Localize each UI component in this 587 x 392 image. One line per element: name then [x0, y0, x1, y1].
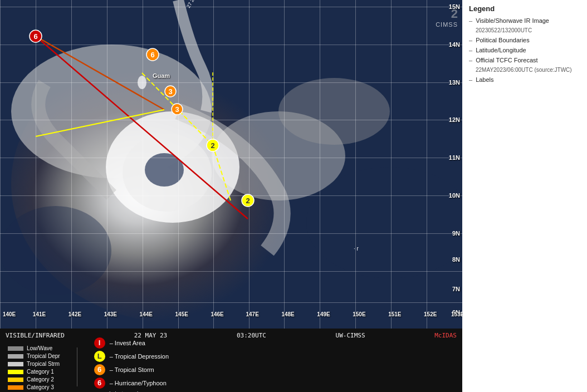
lon-label-143e: 143E: [104, 311, 117, 317]
legend-color-tropdepr: [8, 354, 23, 359]
legend-separator: [77, 347, 77, 386]
legend-row-lowwave: Low/Wave: [8, 345, 60, 351]
legend-label-cat2: Category 2: [27, 376, 54, 383]
bottom-visible-label: VISIBLE/INFRARED: [6, 332, 65, 339]
legend-row-tropdepr: Tropical Depr: [8, 353, 60, 359]
lon-label-146e: 146E: [211, 311, 223, 317]
legend-invest: I – Invest Area: [94, 337, 169, 349]
lon-label-152e: 152E: [424, 311, 437, 317]
tropdep-icon: L: [94, 351, 105, 362]
lat-label-10n: 10N: [449, 192, 460, 199]
bottom-legend: Low/Wave Tropical Depr Tropical Strm Cat…: [0, 342, 462, 392]
legend-color-cat2: [8, 378, 23, 382]
bottom-software: McIDAS: [434, 332, 457, 339]
legend-color-lowwave: [8, 346, 23, 351]
legend-tropstrm: 6 – Tropical Storm: [94, 364, 169, 375]
legend-tropdep: L – Tropical Depression: [94, 351, 169, 362]
legend-panel: Legend – Visible/Shorwave IR Image 20230…: [462, 0, 587, 392]
bottom-time: 03:20UTC: [237, 332, 266, 339]
legend-color-tropstrm: [8, 362, 23, 366]
legend-item-image: – Visible/Shorwave IR Image: [469, 17, 580, 24]
lon-label-153e: 153E: [451, 311, 462, 317]
lon-label-149e: 149E: [317, 311, 330, 317]
bottom-bar: VISIBLE/INFRARED 22 MAY 23 03:20UTC UW-C…: [0, 329, 462, 342]
legend-timestamp: 20230522/132000UTC: [476, 27, 580, 33]
legend-tropstrm-label: – Tropical Storm: [110, 366, 154, 373]
legend-boundaries-label: Political Boundaries: [476, 37, 530, 43]
legend-hurricane-label: – Hurricane/Typhoon: [110, 380, 167, 386]
tropstrm-icon: 6: [94, 364, 105, 375]
legend-item-tcfc: – Official TCFC Forecast: [469, 57, 580, 63]
legend-labels-label: Labels: [476, 76, 493, 83]
lat-label-13n: 13N: [449, 79, 460, 86]
lat-label-14n: 14N: [449, 41, 460, 48]
lon-label-147e: 147E: [246, 311, 258, 317]
svg-point-4: [278, 78, 390, 145]
lat-label-12n: 12N: [449, 116, 460, 123]
cimss-logo: 2 CIMSS: [436, 7, 458, 28]
legend-tropdep-label: – Tropical Depression: [110, 353, 169, 360]
legend-tcfc-label: Official TCFC Forecast: [476, 57, 537, 63]
lat-label-11n: 11N: [449, 154, 460, 161]
legend-symbols-col: I – Invest Area L – Tropical Depression …: [94, 345, 169, 389]
bottom-source: UW-CIMSS: [336, 332, 365, 339]
lon-label-140e: 140E: [3, 311, 16, 317]
map-area: 15N 14N 13N 12N 11N 10N 9N 8N 7N 6N 140E…: [0, 0, 462, 329]
legend-item-labels: – Labels: [469, 76, 580, 83]
legend-item-latlon: – Latitude/Longitude: [469, 47, 580, 53]
lon-label-145e: 145E: [175, 311, 188, 317]
invest-icon: I: [94, 337, 105, 349]
lon-label-144e: 144E: [140, 311, 153, 317]
lat-label-8n: 8N: [452, 256, 460, 263]
svg-point-9: [0, 206, 111, 295]
legend-label-tropdepr: Tropical Depr: [27, 353, 60, 359]
legend-row-tropstrm: Tropical Strm: [8, 361, 60, 367]
legend-title: Legend: [469, 4, 580, 13]
legend-label-tropstrm: Tropical Strm: [27, 361, 60, 367]
legend-color-cat3: [8, 385, 23, 390]
lon-label-148e: 148E: [281, 311, 294, 317]
legend-hurricane: 6 – Hurricane/Typhoon: [94, 378, 169, 389]
lat-label-9n: 9N: [452, 230, 460, 237]
lat-label-7n: 7N: [452, 286, 460, 292]
legend-tcfc-date: 22MAY2023/06:00UTC (source:JTWC): [476, 67, 580, 73]
guam-label: Guam: [153, 72, 170, 79]
legend-color-cat1: [8, 370, 23, 374]
legend-label-cat3: Category 3: [27, 384, 54, 390]
legend-label-lowwave: Low/Wave: [27, 345, 52, 351]
lon-label-141e: 141E: [33, 311, 46, 317]
lon-label-142e: 142E: [69, 311, 81, 317]
legend-invest-label: – Invest Area: [110, 340, 145, 346]
legend-latlon-label: Latitude/Longitude: [476, 47, 526, 53]
lon-label-150e: 150E: [353, 311, 365, 317]
lon-label-151e: 151E: [388, 311, 401, 317]
legend-row-cat3: Category 3: [8, 384, 60, 390]
hurricane-icon: 6: [94, 378, 105, 389]
legend-image-label: Visible/Shorwave IR Image: [476, 17, 549, 24]
legend-row-cat2: Category 2: [8, 376, 60, 383]
legend-item-boundaries: – Political Boundaries: [469, 37, 580, 43]
legend-row-cat1: Category 1: [8, 369, 60, 375]
legend-categories-col: Low/Wave Tropical Depr Tropical Strm Cat…: [8, 345, 60, 389]
legend-label-cat1: Category 1: [27, 369, 54, 375]
